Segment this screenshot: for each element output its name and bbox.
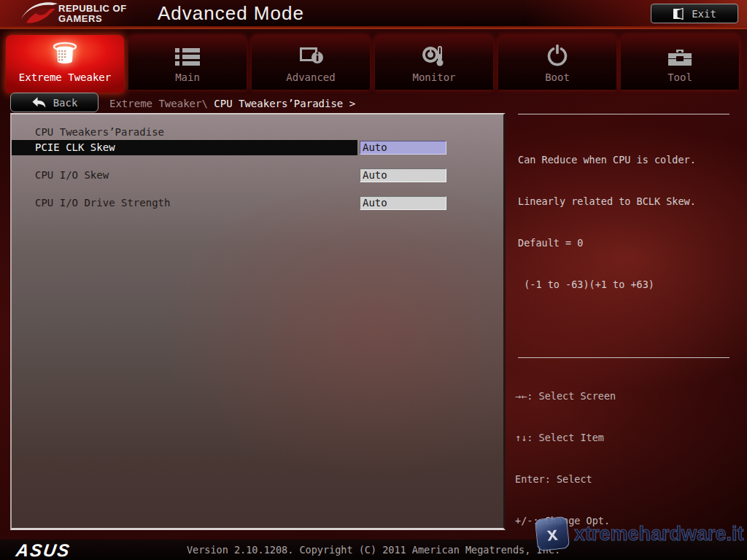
- help-line: (-1 to -63)(+1 to +63): [518, 278, 737, 292]
- key-legend: →←: Select Screen ↑↓: Select Item Enter:…: [515, 362, 741, 560]
- back-button[interactable]: Back: [10, 93, 98, 112]
- help-line: Can Reduce when CPU is colder.: [518, 153, 737, 167]
- tab-bar: Extreme Tweaker Main Advanced: [0, 35, 747, 90]
- tab-tool[interactable]: Tool: [621, 35, 739, 90]
- legend-separator: [518, 357, 729, 358]
- setting-label: PCIE CLK Skew: [35, 141, 115, 153]
- setting-row-pcie-clk-skew[interactable]: PCIE CLK Skew: [12, 140, 357, 155]
- back-arrow-icon: [31, 96, 46, 109]
- asus-logo: ASUS: [15, 540, 72, 560]
- setting-label: CPU I/O Skew: [35, 169, 109, 181]
- gauge-thermometer-icon: [421, 35, 447, 67]
- title-bar: REPUBLIC OF GAMERS Advanced Mode Exit: [0, 0, 747, 28]
- tweaker-icon: [50, 35, 80, 67]
- rog-logo-icon: [20, 1, 58, 26]
- breadcrumb: Extreme Tweaker\ CPU Tweakers’Paradise >: [109, 98, 355, 109]
- value-cpu-io-skew[interactable]: Auto: [360, 168, 446, 182]
- tab-main[interactable]: Main: [128, 35, 247, 90]
- tab-label: Tool: [667, 71, 692, 83]
- legend-line: →←: Select Screen: [515, 389, 741, 403]
- value-cpu-io-drive-strength[interactable]: Auto: [360, 196, 446, 210]
- page-title: Advanced Mode: [158, 2, 304, 25]
- tab-extreme-tweaker[interactable]: Extreme Tweaker: [6, 35, 124, 93]
- status-bar: ASUS Version 2.10.1208. Copyright (C) 20…: [0, 540, 747, 560]
- tab-boot[interactable]: Boot: [498, 35, 616, 90]
- help-separator-top: [518, 114, 729, 114]
- tab-label: Extreme Tweaker: [19, 71, 111, 83]
- version-text: Version 2.10.1208. Copyright (C) 2011 Am…: [0, 544, 747, 556]
- list-icon: [175, 35, 200, 67]
- tab-label: Advanced: [286, 71, 335, 83]
- breadcrumb-current: CPU Tweakers’Paradise >: [214, 98, 355, 109]
- tab-label: Main: [175, 71, 200, 83]
- legend-line: +/-: Change Opt.: [515, 514, 741, 528]
- legend-line: ↑↓: Select Item: [515, 431, 741, 445]
- monitor-info-icon: [298, 35, 324, 67]
- help-line: Linearly related to BCLK Skew.: [518, 195, 737, 209]
- tab-label: Monitor: [412, 71, 455, 83]
- tab-label: Boot: [545, 71, 570, 83]
- back-label: Back: [53, 97, 78, 109]
- tab-advanced[interactable]: Advanced: [252, 35, 370, 90]
- help-line: Default = 0: [518, 236, 737, 250]
- brand-text: REPUBLIC OF GAMERS: [58, 4, 127, 24]
- exit-label: Exit: [692, 8, 716, 20]
- exit-button[interactable]: Exit: [651, 4, 738, 23]
- help-text: Can Reduce when CPU is colder. Linearly …: [518, 125, 737, 306]
- settings-panel: CPU Tweakers’Paradise PCIE CLK Skew Auto…: [10, 113, 506, 530]
- value-pcie-clk-skew[interactable]: Auto: [360, 141, 446, 155]
- legend-line: Enter: Select: [515, 472, 741, 486]
- tab-monitor[interactable]: Monitor: [375, 35, 493, 90]
- exit-door-icon: [673, 7, 684, 20]
- power-icon: [546, 35, 569, 67]
- breadcrumb-parent[interactable]: Extreme Tweaker\: [109, 98, 214, 109]
- toolbox-icon: [667, 35, 693, 67]
- setting-label: CPU I/O Drive Strength: [35, 197, 170, 209]
- section-title: CPU Tweakers’Paradise: [35, 126, 164, 138]
